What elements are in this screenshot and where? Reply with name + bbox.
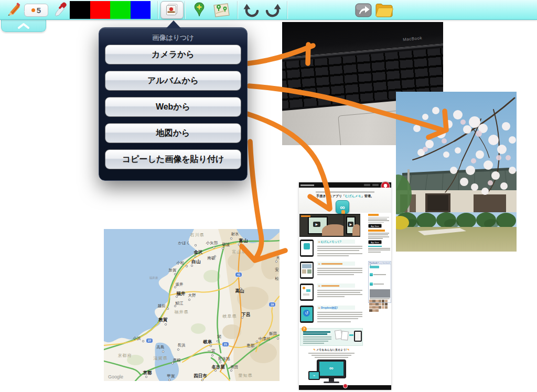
pasted-map[interactable]: 41192721石川県かほく小矢部砺波射水富山金沢南砺富山県小松白山加賀福井港坂… — [104, 229, 280, 381]
map-city-dot — [238, 244, 240, 245]
map-label: 福井県 — [174, 310, 189, 314]
fan-avatar — [385, 306, 388, 309]
map-label: 富山 — [239, 238, 248, 243]
map-label: 彦根 — [173, 358, 181, 363]
webpage-share-heading: ✎ メモをみんなに見せよう! ✎ — [299, 348, 364, 351]
map-city-dot — [219, 361, 221, 363]
share-button[interactable] — [355, 2, 372, 20]
pen-size-indicator[interactable]: 5 — [24, 4, 48, 17]
map-label: 坂井 — [175, 282, 184, 287]
map-label: 一宮 — [208, 349, 216, 353]
map-label: 岐阜県 — [223, 314, 237, 319]
map-label: 高島 — [157, 345, 165, 350]
map-city-dot — [201, 379, 203, 380]
map-label: 石川県 — [190, 233, 205, 237]
eyedropper-tool-button[interactable] — [52, 2, 68, 20]
fan-avatar — [382, 306, 384, 309]
map-city-dot — [217, 340, 218, 342]
map-label: 飯田 — [269, 331, 277, 336]
webpage-videos: ▶ ▶ — [299, 214, 360, 237]
map-label: 名古屋 — [211, 364, 225, 369]
fan-avatar — [369, 300, 372, 302]
map-label: 岐阜 — [203, 339, 213, 344]
webpage-app-icon: ∞ — [336, 200, 349, 214]
toolbar-collapse-tab[interactable] — [1, 20, 46, 32]
map-label: かほく — [178, 241, 190, 245]
fan-avatar — [375, 309, 378, 312]
fan-avatar — [372, 309, 375, 312]
redo-button[interactable] — [264, 3, 281, 19]
map-city-dot — [222, 247, 223, 249]
map-city-dot — [256, 341, 257, 342]
webpage-footer — [299, 385, 391, 390]
pasted-web-screenshot[interactable]: 手描きメモアプリ「むげんメモ」登場。 ∞ ▶ ▶ ∞ むげんメモって? ∞ — [299, 182, 391, 390]
map-city-dot — [277, 337, 278, 339]
add-pin-button[interactable] — [192, 2, 207, 20]
fan-avatar — [372, 306, 375, 309]
map-label: 金沢 — [194, 249, 203, 255]
map-label: 南砺 — [207, 256, 216, 260]
map-label: 白山 — [192, 259, 201, 264]
pen-size-value: 5 — [37, 6, 41, 15]
color-swatch-2[interactable] — [110, 1, 131, 19]
fan-avatar — [379, 306, 381, 309]
popover-button-0[interactable]: カメラから — [105, 45, 241, 64]
map-city-dot — [167, 308, 168, 309]
popover-button-2[interactable]: Webから — [105, 97, 241, 117]
webpage-header — [299, 182, 391, 188]
app-canvas[interactable]: MacBook — [0, 0, 537, 392]
play-icon: ▶ — [313, 222, 320, 227]
map-label: 尾張旭 — [218, 356, 230, 361]
paste-image-popover: 画像はりつけ カメラからアルバムからWebから地図からコピーした画像を貼り付け — [99, 27, 248, 181]
undo-button[interactable] — [243, 3, 260, 19]
fan-avatar — [375, 300, 378, 302]
folder-button[interactable] — [374, 2, 394, 20]
color-swatch-0[interactable] — [70, 1, 90, 19]
chevron-up-icon — [19, 24, 28, 28]
fan-avatar — [379, 303, 381, 306]
pencil-tool-button[interactable] — [5, 2, 21, 20]
map-pins-button[interactable] — [212, 2, 231, 20]
popover-button-1[interactable]: アルバムから — [105, 71, 241, 91]
color-swatch-3[interactable] — [131, 1, 151, 19]
map-label: 松 — [275, 276, 279, 281]
map-label: 砺波 — [222, 242, 230, 247]
color-swatch-1[interactable] — [90, 1, 111, 19]
share-icon — [356, 4, 371, 17]
webpage-tablet-illustration: ∞ — [308, 371, 320, 380]
fan-avatar — [385, 303, 388, 306]
map-label: 福井港 — [149, 276, 158, 280]
map-label: 敦賀 — [158, 317, 168, 322]
popover-button-4[interactable]: コピーした画像を貼り付け — [105, 149, 241, 169]
webpage-section-title: ∞ むげんメモって? — [317, 239, 355, 244]
map-label: 大 — [276, 255, 280, 260]
toolbar: 5 — [0, 0, 537, 20]
webpage-hero: 手描きメモアプリ「むげんメモ」登場。 ∞ — [299, 188, 391, 213]
webpage-callout: ? — [300, 328, 363, 346]
fan-avatar — [382, 300, 384, 302]
svg-text:19: 19 — [271, 303, 274, 306]
fan-avatar — [372, 300, 375, 302]
pasted-photo-blossoms[interactable] — [396, 92, 517, 252]
map-city-dot — [168, 379, 170, 380]
fan-avatar — [382, 303, 384, 306]
pencil-icon — [8, 2, 20, 17]
eyedropper-icon — [56, 3, 67, 16]
map-label: 四日市 — [194, 373, 207, 378]
map-city-dot — [177, 349, 179, 350]
fan-avatar — [375, 303, 378, 306]
add-pin-icon — [195, 3, 204, 16]
popover-button-3[interactable]: 地図から — [105, 123, 241, 143]
map-label: 大野 — [188, 293, 197, 298]
fan-avatar — [385, 300, 388, 302]
app-store-badge: App Store — [368, 240, 382, 244]
map-label: 小矢部 — [206, 241, 218, 245]
map-city-dot — [162, 351, 164, 352]
app-store-badge: App Store — [368, 224, 382, 228]
popover-title: 画像はりつけ — [105, 32, 241, 45]
svg-text:27: 27 — [148, 339, 151, 342]
map-city-dot — [214, 369, 216, 371]
color-swatches — [70, 1, 151, 19]
map-city-dot — [145, 376, 147, 377]
paste-image-button[interactable] — [160, 1, 184, 19]
